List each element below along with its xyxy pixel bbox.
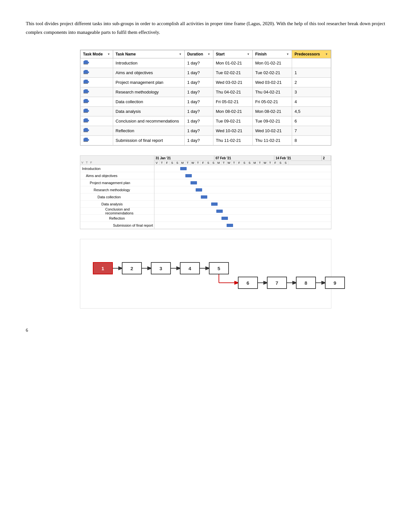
task-table: Task Mode ▼ Task Name ▼ Duration ▼: [80, 50, 331, 145]
gantt-day-header: M: [252, 161, 258, 165]
gantt-bar: [211, 202, 218, 206]
table-row: Research methodology1 day?Thu 04-02-21Th…: [80, 87, 331, 97]
gantt-day-header: S: [175, 161, 180, 165]
task-mode-cell: [80, 136, 113, 145]
gantt-day-header: T: [268, 161, 273, 165]
gantt-bar: [216, 210, 223, 213]
gantt-day-header: S: [247, 161, 252, 165]
svg-rect-20: [83, 122, 88, 123]
task-name-cell: Submission of final report: [113, 136, 184, 145]
gantt-bar-row: [154, 201, 331, 208]
sort-arrow-name[interactable]: ▼: [179, 53, 182, 56]
gantt-task-name-row: Conclusion and recommendations: [80, 208, 154, 215]
predecessors-cell: 3: [292, 87, 331, 97]
finish-cell: Thu 11-02-21: [252, 136, 292, 145]
intro-paragraph: This tool divides project different task…: [26, 19, 385, 37]
svg-rect-8: [83, 83, 88, 84]
gantt-task-name-row: Data collection: [80, 193, 154, 201]
predecessors-cell: 2: [292, 78, 331, 87]
task-name-cell: Data analysis: [113, 107, 184, 116]
gantt-bar: [185, 174, 192, 177]
gantt-bar: [221, 217, 228, 220]
sort-arrow-duration[interactable]: ▼: [208, 53, 210, 56]
gantt-day-header: T: [185, 161, 191, 165]
predecessors-cell: 7: [292, 126, 331, 136]
sort-arrow-finish[interactable]: ▼: [286, 53, 289, 56]
gantt-bar-row: [154, 179, 331, 186]
gantt-day-header: S: [211, 161, 216, 165]
svg-rect-14: [83, 103, 88, 103]
task-mode-icon: [83, 90, 90, 95]
table-row: Conclusion and recommendations1 day?Tue …: [80, 116, 331, 126]
duration-cell: 1 day?: [184, 97, 213, 107]
gantt-right-header: 31 Jan '2107 Feb '2114 Feb '212 VTFSSMTW…: [154, 156, 331, 165]
gantt-header: VTF 31 Jan '2107 Feb '2114 Feb '212 VTFS…: [80, 156, 331, 165]
start-cell: Fri 05-02-21: [213, 97, 252, 107]
table-row: Reflection1 day?Wed 10-02-21Wed 10-02-21…: [80, 126, 331, 136]
svg-text:7: 7: [275, 280, 278, 286]
svg-rect-5: [83, 74, 88, 74]
start-cell: Thu 04-02-21: [213, 87, 252, 97]
gantt-day-header: M: [216, 161, 221, 165]
gantt-task-name-row: Submission of final report: [80, 222, 154, 229]
th-task-name: Task Name ▼: [113, 50, 184, 58]
start-cell: Mon 08-02-21: [213, 107, 252, 116]
gantt-day-header: T: [160, 161, 165, 165]
gantt-bar: [180, 167, 187, 170]
svg-rect-1: [84, 60, 88, 61]
gantt-task-name-row: Project management plan: [80, 179, 154, 186]
gantt-day-header: V: [154, 161, 160, 165]
finish-cell: Mon 08-02-21: [252, 107, 292, 116]
task-name-cell: Introduction: [113, 58, 184, 68]
gantt-bar-row: [154, 193, 331, 201]
gantt-day-header: W: [263, 161, 268, 165]
svg-text:1: 1: [101, 266, 104, 271]
predecessors-cell: 1: [292, 68, 331, 78]
gantt-task-name-row: Reflection: [80, 215, 154, 222]
gantt-day-header: F: [165, 161, 170, 165]
gantt-day-header: S: [170, 161, 175, 165]
task-mode-icon: [83, 139, 90, 143]
finish-cell: Wed 10-02-21: [252, 126, 292, 136]
start-cell: Wed 10-02-21: [213, 126, 252, 136]
task-mode-cell: [80, 78, 113, 87]
gantt-day-header: W: [191, 161, 196, 165]
task-mode-cell: [80, 97, 113, 107]
finish-cell: Tue 09-02-21: [252, 116, 292, 126]
table-row: Submission of final report1 day?Thu 11-0…: [80, 136, 331, 145]
gantt-task-name-row: Research methodology: [80, 186, 154, 193]
task-mode-cell: [80, 68, 113, 78]
sort-arrow-start[interactable]: ▼: [247, 53, 250, 56]
gantt-day-header: T: [258, 161, 263, 165]
sort-arrow-mode[interactable]: ▼: [107, 53, 110, 56]
svg-rect-17: [83, 112, 88, 113]
finish-cell: Tue 02-02-21: [252, 68, 292, 78]
task-mode-icon: [83, 110, 90, 114]
task-mode-cell: [80, 87, 113, 97]
task-name-cell: Project management plan: [113, 78, 184, 87]
task-name-cell: Conclusion and recommendations: [113, 116, 184, 126]
predecessors-cell: 4: [292, 97, 331, 107]
table-row: Data collection1 day?Fri 05-02-21Fri 05-…: [80, 97, 331, 107]
gantt-day-header: S: [278, 161, 283, 165]
svg-rect-2: [83, 64, 88, 64]
gantt-day-header: W: [227, 161, 232, 165]
th-start: Start ▼: [213, 50, 252, 58]
duration-cell: 1 day?: [184, 78, 213, 87]
duration-cell: 1 day?: [184, 87, 213, 97]
svg-rect-4: [84, 70, 88, 71]
task-mode-cell: [80, 107, 113, 116]
svg-rect-23: [83, 132, 88, 132]
task-mode-icon: [83, 71, 90, 76]
svg-text:3: 3: [159, 266, 162, 271]
sort-arrow-pred[interactable]: ▼: [325, 53, 328, 56]
svg-rect-10: [84, 89, 88, 90]
task-name-cell: Aims and objectives: [113, 68, 184, 78]
start-cell: Mon 01-02-21: [213, 58, 252, 68]
table-row: Data analysis1 day?Mon 08-02-21Mon 08-02…: [80, 107, 331, 116]
network-diagram-svg: 1 2 3 4 5 6 7 8 9: [83, 246, 348, 300]
table-row: Aims and objectives1 day?Tue 02-02-21Tue…: [80, 68, 331, 78]
duration-cell: 1 day?: [184, 68, 213, 78]
svg-rect-22: [84, 128, 88, 129]
th-task-mode: Task Mode ▼: [80, 50, 113, 58]
